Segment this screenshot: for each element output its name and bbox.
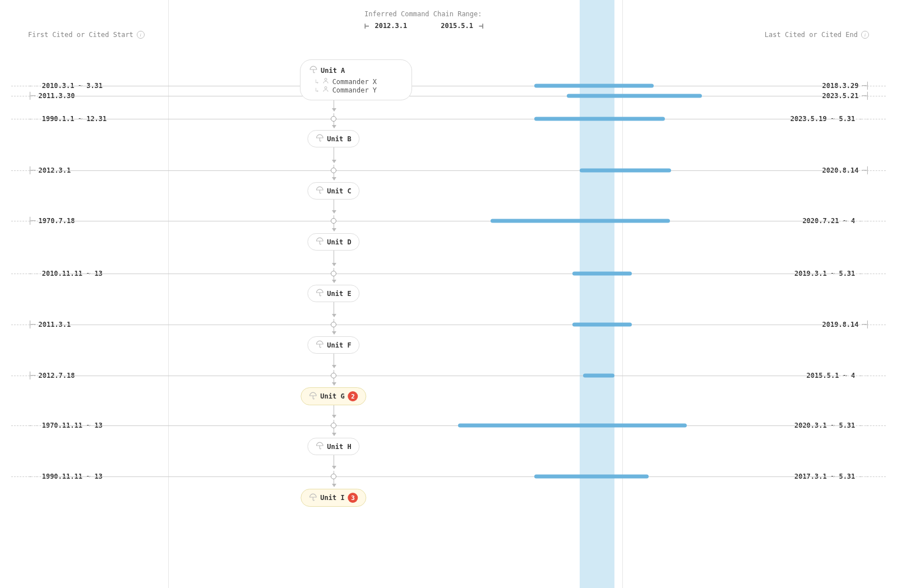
svg-point-0 [325,78,327,81]
chain-connector [334,250,334,266]
chain-connector [334,455,334,469]
unit-pill-e[interactable]: Unit E [307,285,359,302]
chain-connector [334,199,334,213]
umbrella-icon [309,392,317,401]
unit-label: Unit G [320,392,344,400]
unit-pill-g[interactable]: Unit G2 [300,387,366,405]
row-axis [56,325,841,325]
info-icon[interactable]: i [137,31,145,39]
umbrella-icon [316,340,323,350]
chain-connector [334,353,334,368]
chain-node-dot[interactable] [331,116,336,122]
bracket-left-icon: ⊢ [364,21,369,30]
commander-name: Commander X [332,78,377,86]
row-axis [56,376,841,376]
unit-pill-b[interactable]: Unit B [307,130,359,147]
timeline-bar[interactable] [572,272,632,276]
chain-connector [334,302,334,317]
row-axis [56,476,841,477]
row-axis [56,425,841,426]
chain-node-dot[interactable] [331,474,336,479]
umbrella-icon [316,186,323,196]
timeline-row: - -2010.3.1 ~ 3.31─┤2018.3.29 [0,80,897,91]
unit-label: Unit H [327,443,351,451]
svg-point-1 [325,87,327,89]
info-icon[interactable]: i [861,31,869,39]
chain-node-dot[interactable] [331,373,336,378]
count-badge: 3 [348,493,358,503]
timeline-bar[interactable] [534,117,665,121]
chain-node-dot[interactable] [331,271,336,276]
timeline-bar[interactable] [567,94,702,98]
timeline-row: ├─2011.3.30─┤2023.5.21 [0,90,897,101]
unit-label: Unit I [320,494,344,502]
row-axis [56,170,841,171]
unit-label: Unit D [327,238,351,246]
unit-label: Unit A [321,67,345,75]
unit-card-a[interactable]: Unit A↳Commander X↳Commander Y [300,59,412,100]
person-icon [322,77,329,86]
umbrella-icon [316,237,323,247]
person-icon [322,86,329,94]
unit-label: Unit E [327,290,351,298]
timeline-row: - -1990.1.1 ~ 12.31- -2023.5.19 ~ 5.31 [0,113,897,124]
range-end: 2015.5.1 [441,22,473,30]
timeline-bar[interactable] [534,475,649,479]
branch-icon: ↳ [315,78,319,85]
unit-label: Unit F [327,341,351,349]
timeline-row: ├─2012.7.18- -2015.5.1 ~ 4 [0,370,897,381]
chain-node-dot[interactable] [331,218,336,224]
range-start: 2012.3.1 [374,22,407,30]
unit-pill-f[interactable]: Unit F [307,336,359,354]
count-badge: 2 [348,391,358,401]
timeline-bar[interactable] [580,169,671,173]
commander-name: Commander Y [332,86,377,94]
range-label: Inferred Command Chain Range:⊢2012.3.120… [364,10,483,30]
chain-node-dot[interactable] [331,322,336,327]
chain-connector [334,100,334,111]
unit-pill-d[interactable]: Unit D [307,233,359,251]
umbrella-icon [316,442,323,451]
right-column-header: Last Cited or Cited Endi [765,31,869,39]
row-axis [56,119,841,119]
timeline-bar[interactable] [583,374,614,378]
timeline-bar[interactable] [572,323,632,327]
left-column-header: First Cited or Cited Starti [28,31,145,39]
bracket-right-icon: ⊣ [479,21,483,30]
row-axis [56,86,841,86]
unit-label: Unit C [327,187,351,195]
right-header-text: Last Cited or Cited End [765,31,858,39]
left-header-text: First Cited or Cited Start [28,31,133,39]
timeline-row: - -1990.11.11 ~ 13- -2017.3.1 ~ 5.31 [0,471,897,482]
unit-pill-c[interactable]: Unit C [307,182,359,200]
commander-row[interactable]: ↳Commander Y [309,86,403,94]
timeline-row: - -1970.11.11 ~ 13- -2020.3.1 ~ 5.31 [0,420,897,431]
commander-row[interactable]: ↳Commander X [309,77,403,86]
unit-pill-h[interactable]: Unit H [307,438,359,455]
row-axis [56,274,841,274]
umbrella-icon [316,134,323,143]
chain-connector [334,147,334,163]
timeline-row: ├─2011.3.1─┤2019.8.14 [0,319,897,330]
chain-node-dot[interactable] [331,423,336,428]
umbrella-icon [309,493,317,503]
umbrella-icon [309,66,317,75]
timeline-bar[interactable] [534,84,654,88]
row-axis [56,96,841,96]
timeline-bar[interactable] [458,424,687,428]
branch-icon: ↳ [315,86,319,94]
row-axis [56,221,841,221]
timeline-row: ├─1970.7.18- -2020.7.21 ~ 4 [0,215,897,226]
chain-node-dot[interactable] [331,168,336,173]
umbrella-icon [316,289,323,298]
timeline-bar[interactable] [491,219,671,223]
unit-label: Unit B [327,135,351,143]
unit-pill-i[interactable]: Unit I3 [300,489,366,507]
range-title: Inferred Command Chain Range: [364,10,483,18]
timeline-row: ├─2012.3.1─┤2020.8.14 [0,165,897,176]
timeline-row: - -2010.11.11 ~ 13- -2019.3.1 ~ 5.31 [0,268,897,279]
chain-connector [334,404,334,418]
